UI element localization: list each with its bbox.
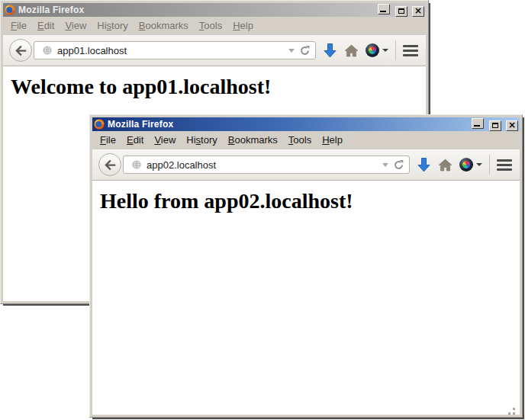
reload-button[interactable] [299,45,311,56]
minimize-icon [474,125,480,127]
download-button[interactable] [417,157,431,173]
menubar: File Edit View History Bookmarks Tools H… [3,17,426,34]
menu-help[interactable]: Help [227,18,259,33]
menu-tools[interactable]: Tools [194,18,227,33]
hamburger-icon [497,159,512,171]
menu-history[interactable]: History [181,133,222,147]
navigation-toolbar: app02.localhost [92,149,520,181]
home-icon [438,159,453,172]
titlebar[interactable]: Mozilla Firefox × [92,117,520,131]
download-arrow-icon [417,157,431,173]
download-arrow-icon [323,43,337,59]
close-button[interactable]: × [412,6,424,17]
urlbar-dropdown-icon[interactable] [382,163,388,167]
minimize-button[interactable] [472,118,484,129]
close-icon: × [414,6,422,15]
search-engine-button[interactable] [366,43,388,57]
minimize-button[interactable] [378,4,390,14]
chevron-down-icon [476,163,482,166]
hamburger-menu-button[interactable] [497,159,512,171]
hamburger-icon [403,45,418,56]
menu-bookmarks[interactable]: Bookmarks [223,133,283,147]
back-button[interactable] [9,39,32,62]
home-button[interactable] [344,44,359,57]
minimize-icon [380,11,386,12]
url-text: app01.localhost [57,45,284,56]
window-controls: × [470,117,518,131]
menubar: File Edit View History Bookmarks Tools H… [92,131,520,149]
menu-history[interactable]: History [92,18,133,33]
maximize-button[interactable] [489,120,501,131]
navigation-toolbar: app01.localhost [3,34,426,66]
titlebar[interactable]: Mozilla Firefox × [3,3,426,17]
menu-help[interactable]: Help [317,133,348,147]
download-button[interactable] [323,43,337,59]
toolbar-separator [395,40,396,60]
window-title: Mozilla Firefox [108,119,467,130]
maximize-icon [398,8,404,14]
firefox-icon [94,119,105,130]
search-engine-button[interactable] [459,158,482,172]
home-button[interactable] [438,159,453,172]
back-arrow-icon [15,45,27,56]
toolbar-separator [489,155,490,175]
window-controls: × [376,3,424,17]
globe-icon [131,159,142,170]
menu-file[interactable]: File [5,18,32,33]
url-text: app02.localhost [147,159,378,171]
maximize-button[interactable] [395,6,407,17]
colorful-sphere-icon [459,158,473,172]
maximize-icon [492,123,498,128]
page-heading: Welcome to app01.localhost! [11,75,426,99]
menu-edit[interactable]: Edit [32,18,60,33]
close-icon: × [508,120,516,130]
url-bar[interactable]: app02.localhost [123,155,410,174]
browser-window-app02: Mozilla Firefox × File Edit View History… [89,114,523,418]
window-title: Mozilla Firefox [18,5,373,15]
hamburger-menu-button[interactable] [403,45,418,56]
firefox-icon [5,5,15,15]
urlbar-dropdown-icon[interactable] [288,49,295,53]
close-button[interactable]: × [506,120,518,131]
reload-button[interactable] [393,159,404,171]
colorful-sphere-icon [366,43,379,57]
menu-view[interactable]: View [149,133,181,147]
home-icon [344,44,359,57]
back-arrow-icon [105,159,116,171]
menu-bookmarks[interactable]: Bookmarks [134,18,194,33]
page-content: Hello from app02.localhost! [92,181,520,415]
url-bar[interactable]: app01.localhost [34,41,316,59]
menu-view[interactable]: View [60,18,92,33]
menu-edit[interactable]: Edit [121,133,149,147]
menu-file[interactable]: File [95,133,121,147]
page-heading: Hello from app02.localhost! [100,189,520,213]
globe-icon [42,45,53,56]
chevron-down-icon [382,49,388,52]
resize-grip[interactable] [513,408,515,410]
menu-tools[interactable]: Tools [283,133,317,147]
back-button[interactable] [98,153,121,176]
